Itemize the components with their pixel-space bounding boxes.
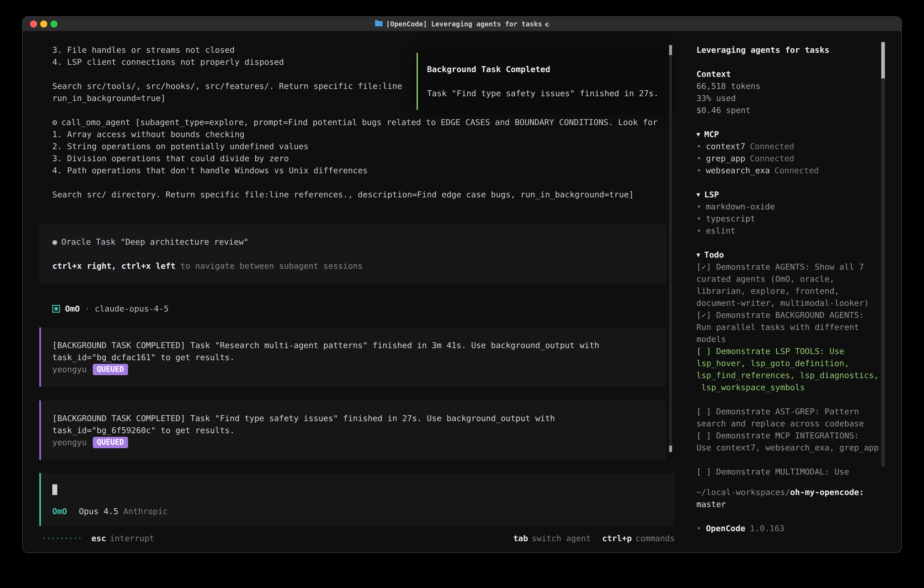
title-indicator-icon: ◐ xyxy=(545,20,549,28)
zoom-button[interactable] xyxy=(51,20,58,28)
mcp-name: grep_app xyxy=(706,152,745,164)
terminal-window: [OpenCode] Leveraging agents for tasks ◐… xyxy=(22,17,902,553)
mcp-status: Connected xyxy=(750,140,794,152)
todo-text: Demonstrate AGENTS: Show all 7 curated a… xyxy=(696,262,869,308)
todo-checkbox: [✓] xyxy=(696,262,716,271)
queued-badge: QUEUED xyxy=(93,364,128,375)
queued-badge: QUEUED xyxy=(93,437,128,448)
bullet-icon: • xyxy=(696,140,701,152)
mcp-status: Connected xyxy=(750,152,794,164)
agent-name: OmO xyxy=(65,303,80,315)
mcp-heading: MCP xyxy=(704,128,719,140)
close-button[interactable] xyxy=(30,20,37,28)
lsp-name: typescript xyxy=(706,213,755,225)
gear-icon: ⚙ xyxy=(52,117,57,127)
main-scrollbar-thumb[interactable] xyxy=(669,45,672,55)
mcp-name: context7 xyxy=(706,140,745,152)
context-heading: Context xyxy=(696,68,731,80)
message-meta: yeongyu QUEUED xyxy=(52,436,653,448)
todo-text: Demonstrate AST-GREP: Pattern search and… xyxy=(696,407,864,428)
mcp-name: websearch_exa xyxy=(706,164,770,177)
context-section-header: Context xyxy=(696,68,883,80)
main-scrollbar[interactable] xyxy=(669,45,672,452)
oracle-hint-keys: ctrl+x right, ctrl+x left xyxy=(52,261,175,271)
todo-text: Demonstrate BACKGROUND AGENTS: Run paral… xyxy=(696,311,864,344)
toast-title: Background Task Completed xyxy=(427,63,667,75)
input-footer: OmO Opus 4.5 Anthropic xyxy=(52,505,662,517)
todo-text: Demonstrate MULTIMODAL: Use xyxy=(716,467,849,476)
message-body: [BACKGROUND TASK COMPLETED] Task "Find t… xyxy=(52,412,653,436)
todo-item: [ ] Demonstrate MCP INTEGRATIONS: Use co… xyxy=(696,429,883,454)
message-author: yeongyu xyxy=(52,363,87,375)
tab-key: tab xyxy=(513,532,528,544)
todo-section-header[interactable]: ▼ Todo xyxy=(696,249,883,261)
folder-icon xyxy=(375,20,383,28)
todo-checkbox: [✓] xyxy=(696,311,716,320)
window-title-text: [OpenCode] Leveraging agents for tasks xyxy=(386,20,542,28)
app-version: 1.0.163 xyxy=(750,522,784,534)
workspace-path-prefix: ~/local-workspaces/ xyxy=(696,487,790,497)
agent-header: OmO · claude-opus-4-5 xyxy=(40,303,675,315)
workspace-path: ~/local-workspaces/oh-my-opencode: xyxy=(696,486,883,498)
oracle-title-text: Oracle Task "Deep architecture review" xyxy=(61,237,249,246)
todo-text: Demonstrate MCP INTEGRATIONS: Use contex… xyxy=(696,431,879,452)
esc-key-hint: esc xyxy=(91,532,106,544)
prompt-input[interactable]: OmO Opus 4.5 Anthropic xyxy=(40,473,675,526)
scrollback[interactable]: 3. File handles or streams not closed 4.… xyxy=(40,44,675,461)
context-tokens: 66,518 tokens xyxy=(696,80,883,92)
message-body: [BACKGROUND TASK COMPLETED] Task "Resear… xyxy=(52,339,653,363)
sidebar-scrollbar[interactable] xyxy=(881,42,885,466)
todo-heading: Todo xyxy=(704,249,724,261)
toast-body: Task "Find type safety issues" finished … xyxy=(427,87,667,99)
terminal-output-b: 1. Array access without bounds checking … xyxy=(40,128,675,201)
todo-item-active: [ ] Demonstrate LSP TOOLS: Use lsp_hover… xyxy=(696,345,883,393)
sidebar-scroll-area[interactable]: Leveraging agents for tasks Context 66,5… xyxy=(675,31,901,486)
bullet-icon: • xyxy=(696,522,701,534)
message-card: [BACKGROUND TASK COMPLETED] Task "Resear… xyxy=(40,327,666,387)
tab-hint: tab switch agent xyxy=(513,532,591,544)
mcp-section-header[interactable]: ▼ MCP xyxy=(696,128,883,140)
bullet-icon: • xyxy=(696,152,701,164)
context-spent: $0.46 spent xyxy=(696,104,883,116)
ctrl-p-key: ctrl+p xyxy=(602,532,632,544)
sidebar-scrollbar-thumb[interactable] xyxy=(881,42,885,78)
lsp-name: markdown-oxide xyxy=(706,201,775,213)
chat-main: 3. File handles or streams not closed 4.… xyxy=(23,31,675,553)
mcp-item: • grep_app Connected xyxy=(696,152,883,164)
input-agent-name: OmO xyxy=(52,505,67,517)
message-author: yeongyu xyxy=(52,436,87,448)
agent-model: claude-opus-4-5 xyxy=(95,303,169,315)
spinner-dots: ········· xyxy=(41,532,82,544)
status-bar: ········· esc interrupt tab switch agent… xyxy=(40,532,675,544)
chevron-down-icon: ▼ xyxy=(696,128,700,140)
bullet-icon: • xyxy=(696,164,701,177)
sidebar-footer: ~/local-workspaces/oh-my-opencode: maste… xyxy=(675,486,901,553)
todo-item: [✓] Demonstrate BACKGROUND AGENTS: Run p… xyxy=(696,309,883,345)
version-row: • OpenCode 1.0.163 xyxy=(696,522,883,534)
mcp-item: • websearch_exa Connected xyxy=(696,164,883,177)
oracle-task-title: ◉Oracle Task "Deep architecture review" xyxy=(52,236,653,248)
workspace-repo: oh-my-opencode: xyxy=(790,487,864,497)
lsp-section-header[interactable]: ▼ LSP xyxy=(696,188,883,201)
todo-item: [ ] Demonstrate MULTIMODAL: Use xyxy=(696,466,883,478)
esc-key-label: interrupt xyxy=(110,532,154,544)
workspace-branch: master xyxy=(696,498,883,510)
agent-call-text: call_omo_agent [subagent_type=explore, p… xyxy=(61,117,658,127)
oracle-hint: ctrl+x right, ctrl+x left to navigate be… xyxy=(52,260,653,272)
sidebar: Leveraging agents for tasks Context 66,5… xyxy=(675,31,901,553)
bullet-icon: • xyxy=(696,225,701,237)
oracle-icon: ◉ xyxy=(52,237,57,246)
todo-list: [✓] Demonstrate AGENTS: Show all 7 curat… xyxy=(696,261,883,478)
oracle-task-panel: ◉Oracle Task "Deep architecture review" … xyxy=(40,225,666,283)
bullet-icon: • xyxy=(696,213,701,225)
minimize-button[interactable] xyxy=(40,20,47,28)
titlebar[interactable]: [OpenCode] Leveraging agents for tasks ◐ xyxy=(23,17,901,31)
lsp-name: eslint xyxy=(706,225,736,237)
todo-checkbox: [ ] xyxy=(696,431,716,440)
text-cursor xyxy=(52,484,57,495)
todo-checkbox: [ ] xyxy=(696,347,716,356)
chevron-down-icon: ▼ xyxy=(696,249,700,261)
main-scrollbar-thumb-bottom[interactable] xyxy=(669,446,672,452)
lsp-item: • eslint xyxy=(696,225,883,237)
input-model-name: Opus 4.5 xyxy=(79,505,118,517)
